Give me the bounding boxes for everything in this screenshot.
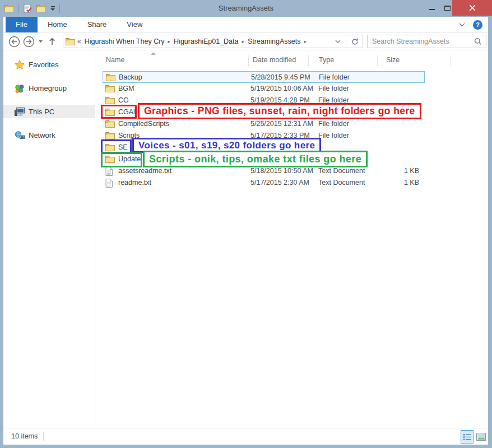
breadcrumb-overflow[interactable]: « [75, 38, 83, 45]
file-row-bgm[interactable]: BGM5/19/2015 10:06 AMFile folder [103, 83, 425, 95]
file-row-readme-txt[interactable]: readme.txt5/17/2015 2:30 AMText Document… [103, 177, 425, 189]
tab-home[interactable]: Home [38, 17, 77, 32]
column-header-row: Name Date modified Type Size [96, 54, 488, 67]
details-view-button[interactable] [461, 430, 474, 444]
column-divider [450, 55, 451, 66]
file-type: File folder [318, 120, 349, 128]
thumbnails-view-button[interactable] [475, 430, 488, 444]
chevron-down-icon [459, 23, 465, 27]
file-name: assetsreadme.txt [118, 167, 171, 175]
address-dropdown-icon[interactable] [335, 40, 341, 43]
file-name: CompiledScripts [118, 120, 169, 128]
sidebar-item-homegroup[interactable]: Homegroup [3, 82, 95, 95]
column-header-date-modified[interactable]: Date modified [253, 56, 296, 64]
column-header-type[interactable]: Type [319, 56, 334, 64]
file-type: File folder [319, 73, 350, 81]
column-divider [377, 55, 378, 66]
back-icon [8, 36, 20, 48]
explorer-window: StreamingAssets FileHomeShareView ? [0, 0, 492, 448]
file-date-modified: 5/19/2015 10:06 AM [250, 85, 313, 92]
sidebar-item-this-pc[interactable]: This PC [3, 105, 95, 118]
file-row-cgalt[interactable]: CGAlt [103, 106, 425, 118]
file-row-assetsreadme-txt[interactable]: assetsreadme.txt5/18/2015 10:50 AMText D… [103, 165, 425, 177]
minimize-icon [429, 9, 435, 10]
address-bar[interactable]: « Higurashi When They Cry▸HigurashiEp01_… [63, 35, 363, 48]
column-header-size[interactable]: Size [386, 56, 400, 64]
folder-icon [105, 85, 115, 92]
breadcrumb-arrow-icon[interactable]: ▸ [239, 39, 247, 44]
sidebar-item-network[interactable]: Network [3, 129, 95, 142]
file-date-modified: 5/17/2015 2:30 AM [250, 179, 309, 186]
breadcrumb-item-streamingassets[interactable]: StreamingAssets [247, 38, 301, 45]
breadcrumb-item-higurashiep01-data[interactable]: HigurashiEp01_Data [173, 38, 239, 45]
file-name: BGM [118, 85, 134, 92]
column-divider [248, 55, 249, 66]
file-name: CG [118, 96, 129, 104]
file-date-modified: 5/19/2015 4:28 PM [250, 96, 310, 104]
sidebar-item-label: Favorites [29, 60, 58, 69]
file-list-pane[interactable]: Name Date modified Type Size Backup5/28/… [96, 50, 488, 428]
breadcrumb-arrow-icon[interactable]: ▸ [166, 39, 173, 44]
breadcrumb-item-higurashi-when-they-cry[interactable]: Higurashi When They Cry [83, 38, 166, 45]
refresh-icon[interactable] [351, 38, 359, 45]
column-header-name[interactable]: Name [106, 56, 124, 64]
file-type: File folder [318, 85, 349, 92]
search-input[interactable] [368, 37, 474, 46]
title-bar[interactable]: StreamingAssets [0, 0, 492, 17]
file-row-update[interactable]: Update [103, 153, 425, 165]
computer-icon [15, 108, 25, 116]
breadcrumb-arrow-icon[interactable]: ▸ [301, 39, 309, 44]
status-separator [43, 432, 44, 441]
maximize-icon [444, 6, 451, 11]
sort-ascending-icon [151, 52, 156, 55]
file-size: 1 KB [380, 167, 419, 175]
file-row-se[interactable]: SE [103, 142, 425, 153]
file-name: Update [118, 155, 141, 163]
client-area: FileHomeShareView ? [3, 17, 488, 445]
star-icon [15, 60, 25, 69]
folder-icon [105, 120, 115, 128]
ribbon-tab-row: FileHomeShareView ? [3, 17, 488, 32]
file-name: CGAlt [118, 108, 137, 116]
file-date-modified: 5/28/2015 9:45 PM [251, 73, 310, 81]
file-type: Text Document [318, 179, 365, 186]
file-date-modified: 5/17/2015 2:33 PM [250, 132, 310, 139]
file-name: Scripts [118, 132, 140, 139]
forward-button[interactable] [23, 36, 35, 48]
thumbnails-view-icon [476, 433, 486, 441]
file-row-cg[interactable]: CG5/19/2015 4:28 PMFile folder [103, 95, 425, 106]
minimize-button[interactable] [425, 0, 439, 16]
help-icon[interactable]: ? [473, 20, 482, 30]
folder-icon [106, 73, 115, 81]
address-folder-icon [66, 38, 75, 45]
details-view-icon [463, 434, 471, 440]
recent-locations-button[interactable] [38, 40, 44, 43]
back-button[interactable] [8, 36, 20, 48]
sidebar-item-favorites[interactable]: Favorites [3, 58, 95, 71]
sidebar-item-label: This PC [29, 108, 54, 116]
navigation-bar: « Higurashi When They Cry▸HigurashiEp01_… [3, 32, 488, 50]
status-bar: 10 items [3, 428, 488, 445]
navigation-pane: FavoritesHomegroupThis PCNetwork [3, 50, 95, 428]
tab-share[interactable]: Share [77, 17, 117, 32]
sidebar-item-label: Network [29, 131, 55, 139]
up-button[interactable] [47, 37, 58, 46]
homegroup-icon [15, 84, 25, 93]
search-box [367, 35, 486, 48]
ribbon-tabs: FileHomeShareView [3, 17, 488, 32]
tab-file[interactable]: File [6, 17, 38, 32]
tab-view[interactable]: View [117, 17, 152, 32]
search-icon[interactable] [474, 38, 482, 45]
file-row-backup[interactable]: Backup5/28/2015 9:45 PMFile folder [103, 71, 425, 83]
file-name: readme.txt [118, 179, 151, 186]
file-date-modified: 5/25/2015 12:31 AM [250, 120, 313, 128]
text-file-icon [105, 167, 113, 176]
close-icon [469, 4, 476, 11]
column-divider [308, 55, 309, 66]
file-type: Text Document [318, 167, 365, 175]
file-row-compiledscripts[interactable]: CompiledScripts5/25/2015 12:31 AMFile fo… [103, 118, 425, 130]
file-row-scripts[interactable]: Scripts5/17/2015 2:33 PMFile folder [103, 130, 425, 142]
ribbon-collapse-button[interactable] [459, 23, 465, 27]
status-items-count: 10 items [11, 432, 38, 440]
close-button[interactable] [452, 0, 492, 16]
